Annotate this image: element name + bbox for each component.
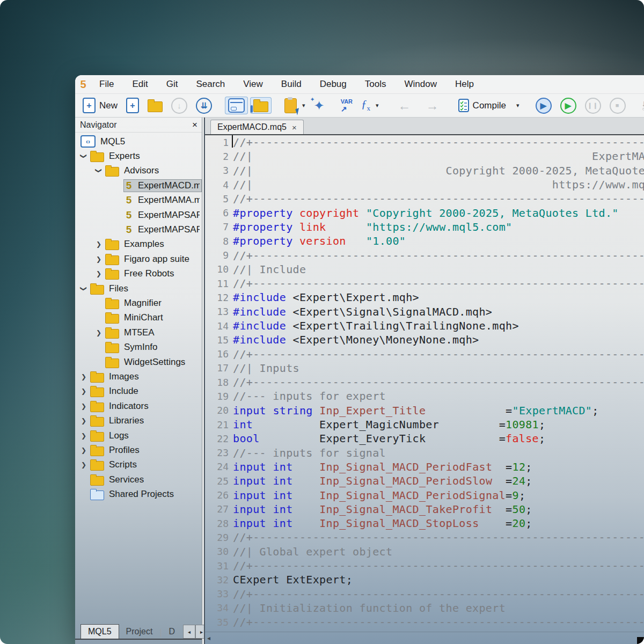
navigate-back-button[interactable]: ← xyxy=(392,98,418,114)
chevron-right-icon[interactable]: ❯ xyxy=(78,387,89,395)
tree-item-advisors[interactable]: ❯Advisors xyxy=(75,164,202,178)
tree-item-label: Magnifier xyxy=(124,298,162,309)
tree-item-expertmama-mq5[interactable]: 5ExpertMAMA.mq5 xyxy=(75,193,202,208)
pause-debug-button[interactable]: ❙❙ xyxy=(582,96,604,115)
tree-item-figaro-app-suite[interactable]: ❯Figaro app suite xyxy=(75,252,202,266)
chevron-right-icon[interactable]: ❯ xyxy=(78,447,89,454)
tree-item-images[interactable]: ❯Images xyxy=(75,369,202,384)
tree-item-minichart[interactable]: MiniChart xyxy=(75,311,202,325)
download-button[interactable]: ↓ xyxy=(168,96,191,115)
menu-help[interactable]: Help xyxy=(446,79,483,90)
open-folder-button[interactable] xyxy=(144,97,166,114)
compile-options-button[interactable]: ▾ xyxy=(511,100,523,111)
compile-button[interactable]: Compile xyxy=(455,97,509,114)
ai-assistant-button[interactable]: ✦✦ xyxy=(311,98,328,114)
code-text: //+-------------------------------------… xyxy=(233,136,644,149)
code-text: //+-------------------------------------… xyxy=(233,559,644,572)
panel-tab-d[interactable]: D xyxy=(162,625,182,639)
code-line: 18//+-----------------------------------… xyxy=(205,375,644,389)
tree-item-services[interactable]: Services xyxy=(75,472,202,487)
chevron-right-icon[interactable]: ❯ xyxy=(78,432,89,440)
tree-item-libraries[interactable]: ❯Libraries xyxy=(75,413,202,428)
tree-item-label: Experts xyxy=(109,151,140,162)
menu-view[interactable]: View xyxy=(234,79,272,90)
toggle-toolbox-button[interactable] xyxy=(250,97,272,114)
tree-item-free-robots[interactable]: ❯Free Robots xyxy=(75,267,202,281)
tree-item-label: Scripts xyxy=(109,459,137,470)
chevron-right-icon[interactable]: ❯ xyxy=(78,373,89,380)
code-line: 10//| Include | xyxy=(205,262,644,276)
folder-icon xyxy=(90,402,104,412)
navigate-forward-button[interactable]: → xyxy=(420,98,445,114)
chevron-right-icon[interactable]: ❯ xyxy=(93,255,104,263)
stop-debug-button[interactable]: ■ xyxy=(606,96,629,115)
code-line: 23//--- inputs for signal xyxy=(205,446,644,460)
code-line: 1//+------------------------------------… xyxy=(205,135,644,149)
resize-corner xyxy=(637,637,644,644)
code-line: 11//+-----------------------------------… xyxy=(205,276,644,290)
chevron-right-icon[interactable]: ❯ xyxy=(93,329,104,336)
chevron-right-icon[interactable]: ❯ xyxy=(78,417,89,425)
menu-build[interactable]: Build xyxy=(272,79,311,90)
chevron-down-icon[interactable]: ❯ xyxy=(80,283,87,294)
code-line: 26input int Inp_Signal_MACD_PeriodSignal… xyxy=(205,488,644,502)
panel-tab-mql5[interactable]: MQL5 xyxy=(80,624,119,639)
paste-button[interactable]: ▾ xyxy=(281,97,309,115)
tree-item-include[interactable]: ❯Include xyxy=(75,384,202,399)
chevron-right-icon[interactable]: ❯ xyxy=(93,240,104,248)
close-icon[interactable]: × xyxy=(192,120,197,130)
download-all-button[interactable]: ⇊ xyxy=(193,96,215,115)
restart-debug-button[interactable]: ▶ xyxy=(532,96,555,115)
menu-tools[interactable]: Tools xyxy=(356,79,396,90)
tree-item-expertmacd-mq5[interactable]: 5ExpertMACD.mq5 xyxy=(75,178,202,193)
tree-item-mt5ea[interactable]: ❯MT5EA xyxy=(75,325,202,340)
editor-tab[interactable]: ExpertMACD.mq5 × xyxy=(210,120,304,134)
add-variable-button[interactable]: VAR↗ xyxy=(338,97,356,114)
tree-item-indicators[interactable]: ❯Indicators xyxy=(75,399,202,413)
code-editor[interactable]: 1//+------------------------------------… xyxy=(205,135,644,632)
code-text: //| Inputs | xyxy=(233,362,644,375)
insert-function-button[interactable]: ƒx▾ xyxy=(358,97,382,113)
editor-tab-title: ExpertMACD.mq5 xyxy=(217,122,287,132)
new-file-button[interactable]: +New xyxy=(79,96,121,115)
scroll-left-icon[interactable]: ◂ xyxy=(205,634,210,642)
code-text: //+-------------------------------------… xyxy=(233,249,644,262)
tree-item-experts[interactable]: ❯Experts xyxy=(75,149,202,163)
tab-scroll-left-button[interactable]: ◂ xyxy=(183,625,195,639)
tree-item-widgetsettings[interactable]: WidgetSettings xyxy=(75,355,202,369)
tree-item-logs[interactable]: ❯Logs xyxy=(75,428,202,443)
menu-edit[interactable]: Edit xyxy=(123,79,157,90)
panel-tab-project[interactable]: Project xyxy=(119,625,160,639)
tree-item-syminfo[interactable]: SymInfo xyxy=(75,340,202,354)
folder-icon xyxy=(90,476,104,486)
tree-item-mql5[interactable]: ‹›MQL5 xyxy=(75,134,202,149)
chevron-down-icon[interactable]: ❯ xyxy=(95,165,103,176)
toggle-navigator-button[interactable] xyxy=(225,97,248,114)
tree-item-expertmapsarsizeoptimized-mq5[interactable]: 5ExpertMAPSARSizeOptimized.mq5 xyxy=(75,222,202,237)
tree-item-profiles[interactable]: ❯Profiles xyxy=(75,443,202,457)
tree-item-expertmapsar-mq5[interactable]: 5ExpertMAPSAR.mq5 xyxy=(75,208,202,222)
start-debug-button[interactable]: ▶ xyxy=(557,96,580,115)
new-document-button[interactable]: + xyxy=(123,96,142,115)
chevron-down-icon[interactable]: ❯ xyxy=(80,151,87,162)
tree-item-examples[interactable]: ❯Examples xyxy=(75,237,202,252)
tree-item-shared-projects[interactable]: Shared Projects xyxy=(75,487,202,501)
tree-item-scripts[interactable]: ❯Scripts xyxy=(75,458,202,472)
menu-file[interactable]: File xyxy=(90,79,123,90)
folder-icon xyxy=(90,432,104,442)
menu-debug[interactable]: Debug xyxy=(311,79,356,90)
attach-metatrader-button[interactable]: ↓○ xyxy=(639,98,644,113)
close-icon[interactable]: × xyxy=(292,123,297,132)
horizontal-scrollbar[interactable]: ◂ xyxy=(205,632,644,644)
tree-item-magnifier[interactable]: Magnifier xyxy=(75,296,202,310)
line-number: 15 xyxy=(205,334,233,346)
tree-item-label: ExpertMAPSARSizeOptimized.mq5 xyxy=(138,224,200,235)
chevron-right-icon[interactable]: ❯ xyxy=(78,461,89,469)
chevron-right-icon[interactable]: ❯ xyxy=(78,402,89,410)
tree-item-label: MQL5 xyxy=(100,136,125,147)
menu-search[interactable]: Search xyxy=(187,79,234,90)
tree-item-files[interactable]: ❯Files xyxy=(75,281,202,296)
chevron-right-icon[interactable]: ❯ xyxy=(93,270,104,277)
menu-window[interactable]: Window xyxy=(395,79,445,90)
menu-git[interactable]: Git xyxy=(157,79,187,90)
